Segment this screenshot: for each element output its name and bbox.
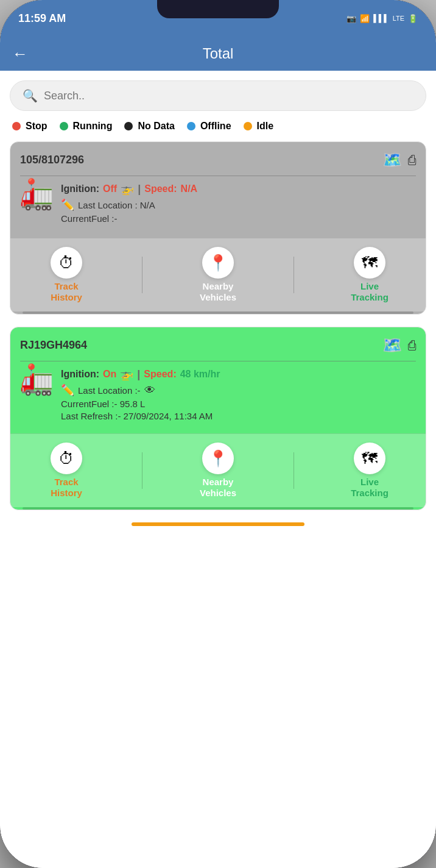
card-underline-2 [23,507,413,510]
vehicle-id-2: RJ19GH4964 [20,339,87,352]
nearby-vehicles-label-2: NearbyVehicles [200,477,236,499]
track-history-icon-2: ⏱ [51,443,82,474]
ignition-row-2: Ignition: On 🚁 | Speed: 48 km/hr [61,368,416,381]
back-button[interactable]: ← [12,44,28,63]
speed-label-1: Speed: [144,183,177,194]
legend-idle-label: Idle [257,121,274,132]
truck-emoji-2: 🚛 📍 [20,368,54,394]
content-area: 🔍 Stop Running No Data [0,71,436,868]
card-body-2: RJ19GH4964 🗺️ ⎙ 🚛 📍 [10,327,426,433]
truck-row-2: 🚛 📍 Ignition: On 🚁 | Speed: 48 km/hr [20,368,416,421]
nearby-vehicles-btn-1[interactable]: 📍 NearbyVehicles [194,247,242,303]
legend-stop-label: Stop [26,121,47,132]
dot-offline [187,122,195,130]
live-tracking-btn-2[interactable]: 🗺 LiveTracking [345,443,394,499]
speed-value-1: N/A [181,183,198,194]
dot-running [60,122,68,130]
ignition-label-2: Ignition: [61,369,99,380]
page-title: Total [203,45,234,62]
action-divider-2a [142,452,142,489]
truck-info-1: Ignition: Off 🚁 | Speed: N/A ✏️ Last Loc… [61,182,416,226]
edit-icon-1[interactable]: ✏️ [61,198,74,212]
fuel-1: CurrentFuel :- [61,213,118,224]
legend: Stop Running No Data Offline Idle [10,121,426,132]
speed-value-2: 48 km/hr [180,369,220,380]
action-divider-1b [294,257,294,293]
card-action-icons-2: 🗺️ ⎙ [382,336,416,355]
card-header-2: RJ19GH4964 🗺️ ⎙ [20,336,416,355]
bottom-indicator [132,522,304,526]
heli-icon-2: 🚁 [120,368,133,381]
ignition-label-1: Ignition: [61,183,99,194]
last-location-2: Last Location :- [78,385,141,396]
fuel-row-1: CurrentFuel :- [61,213,416,224]
search-input[interactable] [44,90,413,102]
dot-stop [12,122,21,130]
nearby-vehicles-label-1: NearbyVehicles [200,281,236,303]
legend-running-label: Running [73,121,113,132]
truck-emoji-1: 🚛 📍 [20,182,54,209]
status-icons: 📷 📶 ▌▌▌ LTE 🔋 [346,14,418,23]
ignition-state-2: On [103,369,116,380]
fuel-row-2: CurrentFuel :- 95.8 L [61,399,416,409]
legend-stop: Stop [12,121,47,132]
last-refresh-2: Last Refresh :- 27/09/2024, 11:34 AM [61,411,213,421]
track-history-btn-1[interactable]: ⏱ TrackHistory [42,247,91,303]
truck-info-2: Ignition: On 🚁 | Speed: 48 km/hr ✏️ Last… [61,368,416,421]
google-maps-icon-1[interactable]: 🗺️ [382,151,402,169]
notch [157,0,279,18]
eye-icon-2[interactable]: 👁 [144,384,155,397]
card-actions-2: ⏱ TrackHistory 📍 NearbyVehicles 🗺 LiveTr… [10,433,426,507]
separator-1: | [138,183,141,196]
card-header-1: 105/8107296 🗺️ ⎙ [20,151,416,169]
card-divider-1 [20,176,416,176]
ignition-state-1: Off [103,183,117,194]
google-maps-icon-2[interactable]: 🗺️ [382,336,402,355]
phone-frame: 11:59 AM 📷 📶 ▌▌▌ LTE 🔋 ← Total 🔍 [0,0,436,868]
speed-label-2: Speed: [144,369,176,380]
share-icon-2[interactable]: ⎙ [408,338,416,354]
fuel-2: CurrentFuel :- 95.8 L [61,399,145,409]
card-divider-2 [20,361,416,361]
action-divider-2b [294,452,294,489]
live-tracking-icon-1: 🗺 [354,247,385,279]
action-divider-1a [142,257,142,293]
location-row-2: ✏️ Last Location :- 👁 [61,383,416,397]
track-history-icon-1: ⏱ [51,247,82,279]
card-actions-1: ⏱ TrackHistory 📍 NearbyVehicles 🗺 LiveTr… [10,238,426,311]
heli-icon-1: 🚁 [121,182,134,196]
legend-offline-label: Offline [200,121,231,132]
track-history-btn-2[interactable]: ⏱ TrackHistory [42,443,91,499]
search-icon: 🔍 [23,88,38,103]
nearby-vehicles-icon-1: 📍 [202,247,234,279]
camera-icon: 📷 [346,14,356,23]
search-bar[interactable]: 🔍 [10,80,426,111]
card-body-1: 105/8107296 🗺️ ⎙ 🚛 📍 [10,142,426,238]
legend-offline: Offline [187,121,231,132]
refresh-row-2: Last Refresh :- 27/09/2024, 11:34 AM [61,411,416,421]
last-location-1: Last Location : N/A [78,200,155,210]
nearby-vehicles-btn-2[interactable]: 📍 NearbyVehicles [194,443,242,499]
legend-nodata-label: No Data [138,121,174,132]
track-history-label-1: TrackHistory [51,281,82,303]
card-underline-1 [23,311,413,314]
share-icon-1[interactable]: ⎙ [408,152,416,168]
edit-icon-2[interactable]: ✏️ [61,383,74,397]
live-tracking-icon-2: 🗺 [354,443,385,474]
track-history-label-2: TrackHistory [51,477,82,499]
nearby-vehicles-icon-2: 📍 [202,443,234,474]
location-row-1: ✏️ Last Location : N/A [61,198,416,212]
card-action-icons-1: 🗺️ ⎙ [382,151,416,169]
live-tracking-label-1: LiveTracking [351,281,389,303]
legend-running: Running [60,121,113,132]
vehicle-card-2: RJ19GH4964 🗺️ ⎙ 🚛 📍 [10,327,426,510]
wifi-icon: 📶 [360,14,370,23]
ignition-row-1: Ignition: Off 🚁 | Speed: N/A [61,182,416,196]
live-tracking-btn-1[interactable]: 🗺 LiveTracking [345,247,394,303]
vehicle-card-1: 105/8107296 🗺️ ⎙ 🚛 📍 [10,141,426,315]
lte-icon: LTE [393,15,404,22]
dot-nodata [124,122,133,130]
dot-idle [244,122,252,130]
live-tracking-label-2: LiveTracking [351,477,389,499]
truck-row-1: 🚛 📍 Ignition: Off 🚁 | Speed: N/A [20,182,416,226]
